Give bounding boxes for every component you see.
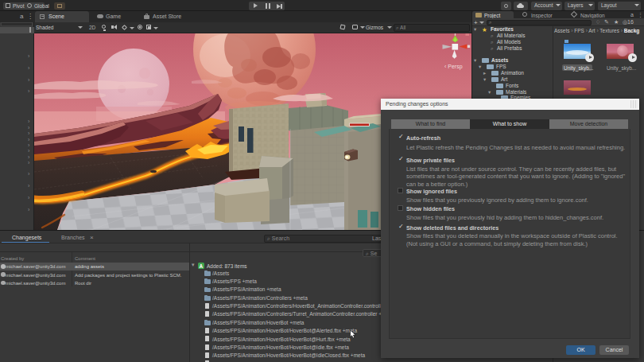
svg-text:‹ Persp: ‹ Persp — [444, 64, 463, 70]
